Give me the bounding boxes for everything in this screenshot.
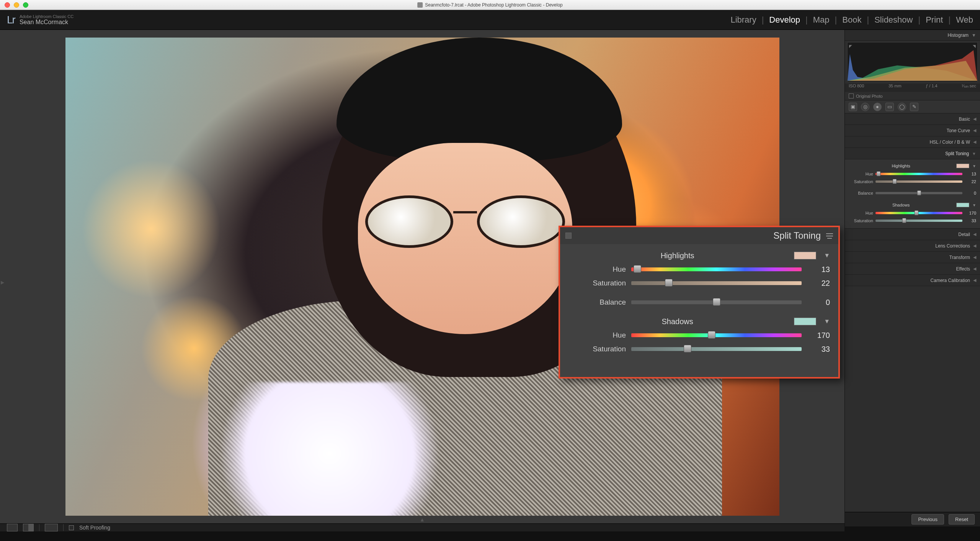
original-photo-checkbox[interactable] — [849, 93, 854, 98]
saturation-label: Saturation — [568, 345, 626, 353]
slider-handle[interactable] — [684, 345, 691, 352]
saturation-label-mini: Saturation — [849, 218, 873, 223]
highlights-color-swatch[interactable] — [794, 252, 816, 259]
slider-handle[interactable] — [634, 265, 641, 273]
crop-tool-icon[interactable]: ▣ — [849, 103, 857, 111]
adjustment-brush-tool-icon[interactable]: ✎ — [910, 103, 918, 111]
histogram-header[interactable]: Histogram▼ — [845, 30, 980, 41]
shadows-saturation-slider-mini[interactable] — [875, 220, 962, 222]
shadows-swatch-mini[interactable] — [956, 203, 969, 207]
highlights-saturation-value[interactable]: 22 — [807, 279, 830, 288]
panel-detail[interactable]: Detail◀ — [845, 229, 980, 240]
highlight-clipping-icon[interactable]: ◥ — [973, 44, 976, 48]
slider-handle[interactable] — [915, 210, 919, 215]
highlights-hue-value-mini[interactable]: 13 — [965, 172, 976, 176]
before-after-swap-button[interactable] — [45, 524, 58, 531]
shadows-hue-slider[interactable] — [631, 333, 802, 337]
module-book[interactable]: Book — [842, 15, 861, 25]
module-develop[interactable]: Develop — [769, 15, 800, 25]
macos-titlebar: Seanmcfoto-7.lrcat - Adobe Photoshop Lig… — [0, 0, 980, 10]
hue-label-mini: Hue — [849, 211, 873, 215]
highlights-hue-value[interactable]: 13 — [807, 265, 830, 274]
module-web[interactable]: Web — [956, 15, 973, 25]
previous-button[interactable]: Previous — [911, 514, 944, 525]
chevron-down-icon[interactable]: ▼ — [824, 318, 830, 325]
graduated-filter-tool-icon[interactable]: ▭ — [885, 103, 894, 111]
balance-slider[interactable] — [631, 300, 802, 304]
balance-slider-mini[interactable] — [875, 192, 962, 194]
hue-label: Hue — [568, 265, 626, 274]
panel-hsl[interactable]: HSL / Color / B & W◀ — [845, 136, 980, 148]
meta-shutter: ¹⁄₁₂₅ sec — [962, 84, 976, 92]
slider-handle[interactable] — [892, 179, 897, 184]
balance-value[interactable]: 0 — [807, 298, 830, 307]
panel-toggle-switch[interactable] — [565, 233, 572, 239]
slider-handle[interactable] — [902, 218, 906, 223]
shadow-clipping-icon[interactable]: ◤ — [849, 44, 852, 48]
chevron-down-icon[interactable]: ▼ — [972, 164, 976, 168]
highlights-saturation-slider-mini[interactable] — [875, 180, 962, 183]
slider-handle[interactable] — [713, 298, 720, 306]
radial-filter-tool-icon[interactable]: ◯ — [898, 103, 906, 111]
histogram[interactable]: ◤ ◥ — [847, 42, 978, 82]
filmstrip-expand-grip[interactable]: ▲ — [420, 516, 425, 523]
chevron-down-icon[interactable]: ▼ — [824, 252, 830, 259]
before-after-view-button[interactable] — [23, 524, 34, 531]
highlights-swatch-mini[interactable] — [956, 164, 969, 168]
module-library[interactable]: Library — [730, 15, 756, 25]
panel-split-toning[interactable]: Split Toning▼ — [845, 148, 980, 159]
left-panel-expand-grip[interactable]: ▶ — [1, 277, 4, 288]
soft-proofing-checkbox[interactable] — [69, 525, 74, 530]
photo-canvas[interactable]: ▶ ▲ Split Toning — [0, 30, 844, 523]
shadows-saturation-value-mini[interactable]: 33 — [965, 218, 976, 223]
panel-effects[interactable]: Effects◀ — [845, 263, 980, 275]
window-zoom-button[interactable] — [23, 2, 28, 8]
module-map[interactable]: Map — [813, 15, 830, 25]
balance-value-mini[interactable]: 0 — [965, 191, 976, 195]
slider-handle[interactable] — [708, 331, 715, 339]
spot-removal-tool-icon[interactable]: ◎ — [861, 103, 869, 111]
split-toning-panel: Highlights ▼ Hue 13 Saturation 22 Balanc… — [845, 159, 980, 229]
shadows-heading: Shadows — [568, 317, 786, 326]
window-minimize-button[interactable] — [14, 2, 19, 8]
module-slideshow[interactable]: Slideshow — [874, 15, 913, 25]
highlights-heading: Highlights — [568, 251, 786, 260]
develop-right-panels: Histogram▼ ◤ ◥ ISO 800 35 mm ƒ / 1.4 ¹⁄₁… — [844, 30, 980, 526]
shadows-saturation-slider[interactable] — [631, 347, 802, 351]
panel-basic[interactable]: Basic◀ — [845, 113, 980, 125]
reset-button[interactable]: Reset — [949, 514, 975, 525]
split-toning-callout: Split Toning Highlights ▼ Hue — [559, 226, 840, 379]
loupe-view-button[interactable] — [7, 524, 18, 531]
window-close-button[interactable] — [5, 2, 10, 8]
slider-handle[interactable] — [665, 279, 673, 287]
product-name: Adobe Lightroom Classic CC — [20, 14, 74, 19]
local-adjust-toolstrip: ▣ ◎ ● ▭ ◯ ✎ — [845, 100, 980, 113]
window-title: Seanmcfoto-7.lrcat - Adobe Photoshop Lig… — [425, 2, 563, 8]
slider-handle[interactable] — [917, 190, 921, 195]
highlights-hue-slider[interactable] — [631, 267, 802, 271]
panel-transform[interactable]: Transform◀ — [845, 252, 980, 263]
highlights-saturation-value-mini[interactable]: 22 — [965, 179, 976, 184]
panel-lens-corrections[interactable]: Lens Corrections◀ — [845, 240, 980, 252]
shadows-hue-slider-mini[interactable] — [875, 212, 962, 214]
chevron-down-icon[interactable]: ▼ — [972, 203, 976, 207]
saturation-label: Saturation — [568, 279, 626, 287]
shadows-hue-value[interactable]: 170 — [807, 331, 830, 340]
panel-menu-icon[interactable] — [826, 233, 833, 239]
slider-handle[interactable] — [877, 171, 881, 176]
highlights-hue-slider-mini[interactable] — [875, 173, 962, 175]
shadows-saturation-value[interactable]: 33 — [807, 345, 830, 354]
module-print[interactable]: Print — [926, 15, 943, 25]
highlights-saturation-slider[interactable] — [631, 281, 802, 285]
panel-camera-calibration[interactable]: Camera Calibration◀ — [845, 275, 980, 286]
panel-tone-curve[interactable]: Tone Curve◀ — [845, 125, 980, 136]
module-picker: Library| Develop| Map| Book| Slideshow| … — [730, 15, 973, 25]
shadows-hue-value-mini[interactable]: 170 — [965, 211, 976, 215]
identity-plate: Sean McCormack — [20, 19, 74, 26]
redeye-tool-icon[interactable]: ● — [873, 103, 882, 111]
develop-bottom-buttons: Previous Reset — [845, 512, 980, 526]
hue-label-mini: Hue — [849, 172, 873, 176]
balance-label-mini: Balance — [849, 191, 873, 195]
shadows-color-swatch[interactable] — [794, 318, 816, 325]
callout-title: Split Toning — [773, 230, 821, 241]
